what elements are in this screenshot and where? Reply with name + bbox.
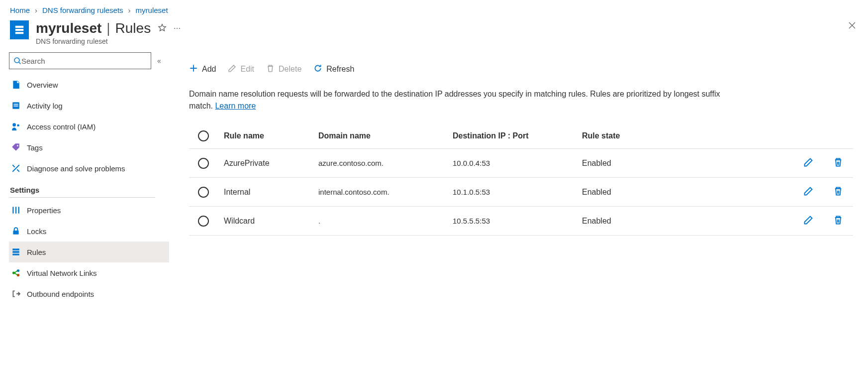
cell-domain: internal.contoso.com.: [318, 188, 453, 196]
pencil-icon: [803, 215, 813, 225]
toolbar: Add Edit Delete Refresh: [189, 57, 853, 81]
sidebar-item-access-control[interactable]: Access control (IAM): [9, 116, 169, 137]
edit-row-button[interactable]: [801, 155, 815, 171]
page-subtitle: DNS forwarding ruleset: [36, 37, 181, 45]
favorite-star-icon[interactable]: [158, 23, 167, 34]
table-row[interactable]: Wildcard . 10.5.5.5:53 Enabled: [189, 207, 853, 236]
cell-state: Enabled: [582, 188, 701, 197]
sidebar-item-locks[interactable]: Locks: [9, 221, 169, 242]
page-title: myruleset: [36, 20, 101, 36]
chevron-right-icon: ›: [128, 6, 131, 14]
edit-label: Edit: [240, 65, 254, 74]
collapse-sidebar-icon[interactable]: «: [157, 57, 161, 65]
sidebar-item-label: Locks: [27, 227, 46, 236]
delete-row-button[interactable]: [831, 213, 845, 229]
col-domain-name[interactable]: Domain name: [318, 131, 453, 140]
cell-state: Enabled: [582, 217, 701, 226]
more-icon[interactable]: ⋯: [174, 24, 181, 32]
row-select-radio[interactable]: [198, 158, 209, 169]
add-button[interactable]: Add: [189, 64, 216, 75]
trash-icon: [833, 186, 843, 196]
sidebar-item-diagnose[interactable]: Diagnose and solve problems: [9, 158, 169, 179]
svg-point-4: [12, 123, 16, 126]
cell-rule-name: Internal: [224, 188, 318, 197]
refresh-label: Refresh: [326, 65, 354, 74]
main-content: Add Edit Delete Refresh Domain name reso…: [169, 52, 868, 304]
edit-row-button[interactable]: [801, 184, 815, 200]
svg-rect-9: [18, 207, 19, 214]
vnet-links-icon: [11, 268, 21, 278]
trash-icon: [833, 157, 843, 167]
svg-rect-7: [12, 207, 13, 214]
diagnose-icon: [11, 163, 21, 173]
trash-icon: [266, 64, 275, 75]
table-row[interactable]: AzurePrivate azure.contoso.com. 10.0.0.4…: [189, 149, 853, 178]
delete-label: Delete: [279, 65, 301, 74]
sidebar-item-rules[interactable]: Rules: [9, 242, 169, 262]
plus-icon: [189, 64, 198, 75]
row-select-radio[interactable]: [198, 187, 209, 198]
cell-destination: 10.1.0.5:53: [453, 188, 582, 196]
sidebar-item-label: Rules: [27, 248, 46, 256]
delete-row-button[interactable]: [831, 155, 845, 171]
rules-table: Rule name Domain name Destination IP : P…: [189, 123, 853, 236]
cell-rule-name: Wildcard: [224, 217, 318, 226]
svg-rect-10: [13, 231, 18, 235]
tags-icon: [11, 142, 21, 152]
pencil-icon: [803, 186, 813, 196]
sidebar-item-label: Overview: [27, 81, 58, 89]
title-separator: |: [106, 20, 110, 36]
outbound-icon: [11, 289, 21, 299]
learn-more-link[interactable]: Learn more: [215, 102, 256, 110]
sidebar-item-activity-log[interactable]: Activity log: [9, 95, 169, 116]
breadcrumb-level1[interactable]: DNS forwarding rulesets: [42, 6, 123, 14]
search-input[interactable]: [21, 57, 147, 65]
access-control-icon: [11, 122, 21, 131]
edit-row-button[interactable]: [801, 213, 815, 229]
resource-icon: [10, 20, 29, 39]
sidebar-group-settings: Settings: [9, 179, 155, 198]
sidebar-item-overview[interactable]: Overview: [9, 74, 169, 95]
delete-button: Delete: [266, 64, 301, 75]
svg-rect-8: [15, 207, 16, 214]
activity-log-icon: [11, 101, 21, 111]
svg-point-6: [17, 145, 18, 146]
select-all-radio[interactable]: [198, 130, 209, 141]
refresh-icon: [313, 64, 322, 75]
sidebar-item-label: Virtual Network Links: [27, 269, 97, 277]
cell-destination: 10.0.0.4:53: [453, 159, 582, 167]
col-destination[interactable]: Destination IP : Port: [453, 131, 582, 140]
sidebar-item-label: Diagnose and solve problems: [27, 164, 125, 173]
table-row[interactable]: Internal internal.contoso.com. 10.1.0.5:…: [189, 178, 853, 207]
cell-state: Enabled: [582, 159, 701, 168]
col-rule-name[interactable]: Rule name: [224, 131, 318, 140]
description-text: Domain name resolution requests will be …: [189, 88, 736, 112]
sidebar-item-label: Tags: [27, 143, 43, 152]
close-button[interactable]: [848, 21, 856, 32]
sidebar-item-outbound-endpoints[interactable]: Outbound endpoints: [9, 283, 169, 304]
svg-rect-2: [14, 104, 18, 105]
chevron-right-icon: ›: [35, 6, 37, 14]
breadcrumb-home[interactable]: Home: [10, 6, 30, 14]
lock-icon: [11, 226, 21, 236]
pencil-icon: [803, 157, 813, 167]
cell-domain: .: [318, 217, 453, 225]
sidebar-item-label: Activity log: [27, 102, 63, 110]
properties-icon: [11, 205, 21, 215]
sidebar-item-properties[interactable]: Properties: [9, 200, 169, 221]
sidebar-item-tags[interactable]: Tags: [9, 137, 169, 158]
delete-row-button[interactable]: [831, 184, 845, 200]
sidebar-item-label: Outbound endpoints: [27, 290, 94, 298]
add-label: Add: [202, 65, 216, 74]
sidebar-item-vnet-links[interactable]: Virtual Network Links: [9, 262, 169, 283]
row-select-radio[interactable]: [198, 216, 209, 227]
col-rule-state[interactable]: Rule state: [582, 131, 701, 140]
overview-icon: [11, 80, 21, 90]
search-icon: [13, 57, 21, 65]
svg-point-0: [14, 58, 19, 63]
search-box[interactable]: [9, 52, 151, 69]
trash-icon: [833, 215, 843, 225]
refresh-button[interactable]: Refresh: [313, 64, 354, 75]
cell-domain: azure.contoso.com.: [318, 159, 453, 167]
sidebar-item-label: Properties: [27, 206, 61, 215]
